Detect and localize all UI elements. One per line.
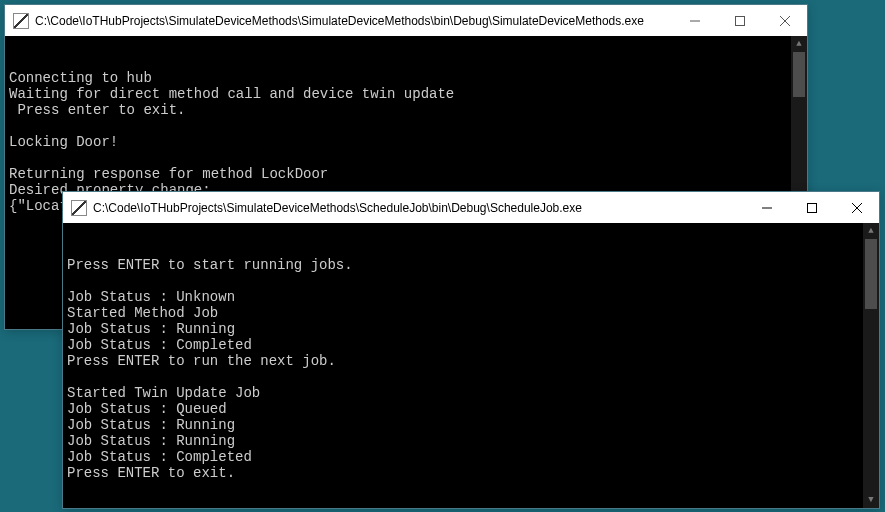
console-line: Press enter to exit.	[9, 102, 803, 118]
console-line	[9, 150, 803, 166]
close-button[interactable]	[834, 192, 879, 223]
console-line: Press ENTER to exit.	[67, 465, 875, 481]
scroll-up-icon[interactable]: ▲	[791, 36, 807, 52]
app-icon	[71, 200, 87, 216]
console-line: Press ENTER to run the next job.	[67, 353, 875, 369]
window-title: C:\Code\IoTHubProjects\SimulateDeviceMet…	[35, 14, 672, 28]
scroll-down-icon[interactable]: ▼	[863, 492, 879, 508]
svg-rect-5	[807, 203, 816, 212]
console-line: Started Method Job	[67, 305, 875, 321]
minimize-button[interactable]	[744, 192, 789, 223]
app-icon	[13, 13, 29, 29]
console-line: Started Twin Update Job	[67, 385, 875, 401]
console-line: Job Status : Completed	[67, 337, 875, 353]
close-icon	[852, 203, 862, 213]
titlebar[interactable]: C:\Code\IoTHubProjects\SimulateDeviceMet…	[63, 192, 879, 223]
console-line: Job Status : Running	[67, 417, 875, 433]
console-line: Job Status : Running	[67, 433, 875, 449]
console-line	[67, 273, 875, 289]
console-output[interactable]: Press ENTER to start running jobs. Job S…	[63, 223, 879, 508]
console-line: Job Status : Running	[67, 321, 875, 337]
scroll-up-icon[interactable]: ▲	[863, 223, 879, 239]
console-line: Connecting to hub	[9, 70, 803, 86]
console-line: Locking Door!	[9, 134, 803, 150]
console-line: Job Status : Unknown	[67, 289, 875, 305]
console-line: Returning response for method LockDoor	[9, 166, 803, 182]
svg-rect-1	[735, 16, 744, 25]
console-line	[67, 369, 875, 385]
scrollbar[interactable]: ▲ ▼	[863, 223, 879, 508]
window-controls	[744, 192, 879, 223]
console-line: Press ENTER to start running jobs.	[67, 257, 875, 273]
maximize-button[interactable]	[717, 5, 762, 36]
window-title: C:\Code\IoTHubProjects\SimulateDeviceMet…	[93, 201, 744, 215]
close-icon	[780, 16, 790, 26]
scroll-thumb[interactable]	[793, 52, 805, 97]
close-button[interactable]	[762, 5, 807, 36]
maximize-icon	[807, 203, 817, 213]
console-line: Job Status : Completed	[67, 449, 875, 465]
minimize-icon	[690, 16, 700, 26]
window-controls	[672, 5, 807, 36]
maximize-button[interactable]	[789, 192, 834, 223]
console-line: Job Status : Queued	[67, 401, 875, 417]
console-line: Waiting for direct method call and devic…	[9, 86, 803, 102]
console-window-schedulejob[interactable]: C:\Code\IoTHubProjects\SimulateDeviceMet…	[62, 191, 880, 509]
scroll-thumb[interactable]	[865, 239, 877, 309]
minimize-button[interactable]	[672, 5, 717, 36]
maximize-icon	[735, 16, 745, 26]
titlebar[interactable]: C:\Code\IoTHubProjects\SimulateDeviceMet…	[5, 5, 807, 36]
minimize-icon	[762, 203, 772, 213]
console-line	[9, 118, 803, 134]
